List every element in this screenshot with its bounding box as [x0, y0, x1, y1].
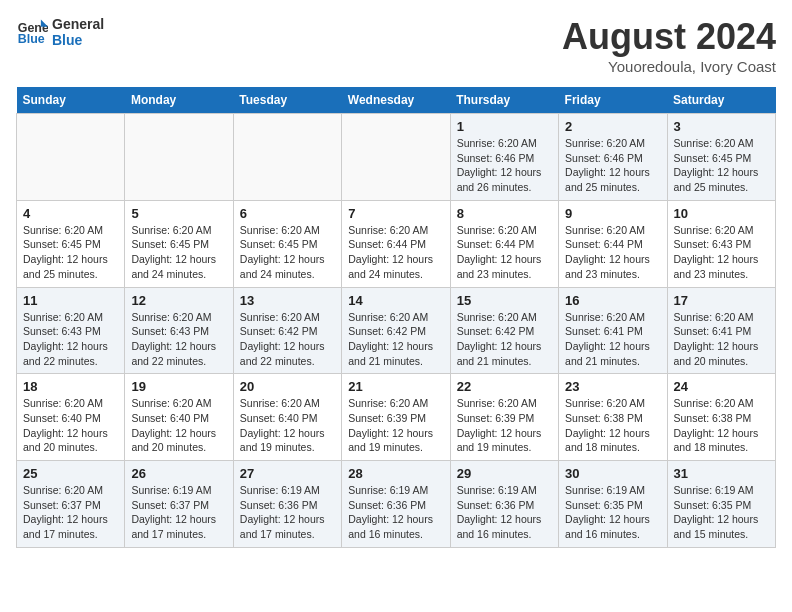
day-number: 23 — [565, 379, 660, 394]
calendar-cell: 18Sunrise: 6:20 AM Sunset: 6:40 PM Dayli… — [17, 374, 125, 461]
day-info: Sunrise: 6:20 AM Sunset: 6:43 PM Dayligh… — [23, 310, 118, 369]
logo-blue: Blue — [52, 32, 104, 48]
day-info: Sunrise: 6:20 AM Sunset: 6:40 PM Dayligh… — [240, 396, 335, 455]
calendar-cell: 31Sunrise: 6:19 AM Sunset: 6:35 PM Dayli… — [667, 461, 775, 548]
header-cell-monday: Monday — [125, 87, 233, 114]
calendar-cell: 13Sunrise: 6:20 AM Sunset: 6:42 PM Dayli… — [233, 287, 341, 374]
header-cell-saturday: Saturday — [667, 87, 775, 114]
calendar-week-5: 25Sunrise: 6:20 AM Sunset: 6:37 PM Dayli… — [17, 461, 776, 548]
logo-icon: General Blue — [16, 16, 48, 48]
calendar-cell: 30Sunrise: 6:19 AM Sunset: 6:35 PM Dayli… — [559, 461, 667, 548]
day-info: Sunrise: 6:20 AM Sunset: 6:40 PM Dayligh… — [23, 396, 118, 455]
day-info: Sunrise: 6:19 AM Sunset: 6:35 PM Dayligh… — [674, 483, 769, 542]
calendar-cell: 11Sunrise: 6:20 AM Sunset: 6:43 PM Dayli… — [17, 287, 125, 374]
calendar-cell: 22Sunrise: 6:20 AM Sunset: 6:39 PM Dayli… — [450, 374, 558, 461]
calendar-cell: 28Sunrise: 6:19 AM Sunset: 6:36 PM Dayli… — [342, 461, 450, 548]
day-number: 22 — [457, 379, 552, 394]
day-info: Sunrise: 6:20 AM Sunset: 6:46 PM Dayligh… — [565, 136, 660, 195]
calendar-cell: 3Sunrise: 6:20 AM Sunset: 6:45 PM Daylig… — [667, 114, 775, 201]
calendar-cell: 5Sunrise: 6:20 AM Sunset: 6:45 PM Daylig… — [125, 200, 233, 287]
day-info: Sunrise: 6:20 AM Sunset: 6:45 PM Dayligh… — [674, 136, 769, 195]
calendar-cell: 9Sunrise: 6:20 AM Sunset: 6:44 PM Daylig… — [559, 200, 667, 287]
calendar-cell: 14Sunrise: 6:20 AM Sunset: 6:42 PM Dayli… — [342, 287, 450, 374]
day-info: Sunrise: 6:20 AM Sunset: 6:39 PM Dayligh… — [348, 396, 443, 455]
day-number: 13 — [240, 293, 335, 308]
day-info: Sunrise: 6:20 AM Sunset: 6:43 PM Dayligh… — [131, 310, 226, 369]
header-cell-wednesday: Wednesday — [342, 87, 450, 114]
calendar-table: SundayMondayTuesdayWednesdayThursdayFrid… — [16, 87, 776, 548]
day-number: 28 — [348, 466, 443, 481]
day-info: Sunrise: 6:20 AM Sunset: 6:42 PM Dayligh… — [240, 310, 335, 369]
calendar-cell: 10Sunrise: 6:20 AM Sunset: 6:43 PM Dayli… — [667, 200, 775, 287]
page-header: General Blue General Blue August 2024 Yo… — [16, 16, 776, 75]
day-number: 30 — [565, 466, 660, 481]
day-number: 24 — [674, 379, 769, 394]
svg-text:Blue: Blue — [18, 32, 45, 46]
calendar-week-1: 1Sunrise: 6:20 AM Sunset: 6:46 PM Daylig… — [17, 114, 776, 201]
calendar-cell: 21Sunrise: 6:20 AM Sunset: 6:39 PM Dayli… — [342, 374, 450, 461]
header-cell-thursday: Thursday — [450, 87, 558, 114]
day-info: Sunrise: 6:20 AM Sunset: 6:45 PM Dayligh… — [23, 223, 118, 282]
day-number: 10 — [674, 206, 769, 221]
day-number: 5 — [131, 206, 226, 221]
day-info: Sunrise: 6:20 AM Sunset: 6:42 PM Dayligh… — [348, 310, 443, 369]
day-number: 4 — [23, 206, 118, 221]
logo: General Blue General Blue — [16, 16, 104, 48]
day-info: Sunrise: 6:20 AM Sunset: 6:42 PM Dayligh… — [457, 310, 552, 369]
day-number: 27 — [240, 466, 335, 481]
day-number: 15 — [457, 293, 552, 308]
day-number: 18 — [23, 379, 118, 394]
calendar-cell: 6Sunrise: 6:20 AM Sunset: 6:45 PM Daylig… — [233, 200, 341, 287]
calendar-cell: 26Sunrise: 6:19 AM Sunset: 6:37 PM Dayli… — [125, 461, 233, 548]
calendar-cell: 17Sunrise: 6:20 AM Sunset: 6:41 PM Dayli… — [667, 287, 775, 374]
day-number: 11 — [23, 293, 118, 308]
day-number: 9 — [565, 206, 660, 221]
title-block: August 2024 Youoredoula, Ivory Coast — [562, 16, 776, 75]
calendar-body: 1Sunrise: 6:20 AM Sunset: 6:46 PM Daylig… — [17, 114, 776, 548]
day-number: 3 — [674, 119, 769, 134]
day-info: Sunrise: 6:20 AM Sunset: 6:41 PM Dayligh… — [674, 310, 769, 369]
day-info: Sunrise: 6:19 AM Sunset: 6:35 PM Dayligh… — [565, 483, 660, 542]
day-number: 20 — [240, 379, 335, 394]
calendar-cell: 1Sunrise: 6:20 AM Sunset: 6:46 PM Daylig… — [450, 114, 558, 201]
calendar-cell: 29Sunrise: 6:19 AM Sunset: 6:36 PM Dayli… — [450, 461, 558, 548]
day-number: 16 — [565, 293, 660, 308]
logo-general: General — [52, 16, 104, 32]
calendar-cell: 12Sunrise: 6:20 AM Sunset: 6:43 PM Dayli… — [125, 287, 233, 374]
calendar-cell — [342, 114, 450, 201]
day-number: 26 — [131, 466, 226, 481]
calendar-cell — [233, 114, 341, 201]
main-title: August 2024 — [562, 16, 776, 58]
day-info: Sunrise: 6:20 AM Sunset: 6:40 PM Dayligh… — [131, 396, 226, 455]
header-cell-tuesday: Tuesday — [233, 87, 341, 114]
day-info: Sunrise: 6:20 AM Sunset: 6:44 PM Dayligh… — [348, 223, 443, 282]
day-number: 7 — [348, 206, 443, 221]
day-info: Sunrise: 6:20 AM Sunset: 6:45 PM Dayligh… — [131, 223, 226, 282]
day-number: 19 — [131, 379, 226, 394]
header-cell-friday: Friday — [559, 87, 667, 114]
day-info: Sunrise: 6:20 AM Sunset: 6:38 PM Dayligh… — [674, 396, 769, 455]
day-info: Sunrise: 6:20 AM Sunset: 6:45 PM Dayligh… — [240, 223, 335, 282]
day-info: Sunrise: 6:20 AM Sunset: 6:39 PM Dayligh… — [457, 396, 552, 455]
day-number: 17 — [674, 293, 769, 308]
day-number: 29 — [457, 466, 552, 481]
calendar-week-3: 11Sunrise: 6:20 AM Sunset: 6:43 PM Dayli… — [17, 287, 776, 374]
calendar-cell: 2Sunrise: 6:20 AM Sunset: 6:46 PM Daylig… — [559, 114, 667, 201]
day-info: Sunrise: 6:20 AM Sunset: 6:43 PM Dayligh… — [674, 223, 769, 282]
calendar-cell — [125, 114, 233, 201]
day-info: Sunrise: 6:19 AM Sunset: 6:36 PM Dayligh… — [240, 483, 335, 542]
day-info: Sunrise: 6:20 AM Sunset: 6:37 PM Dayligh… — [23, 483, 118, 542]
calendar-cell: 8Sunrise: 6:20 AM Sunset: 6:44 PM Daylig… — [450, 200, 558, 287]
header-cell-sunday: Sunday — [17, 87, 125, 114]
day-number: 31 — [674, 466, 769, 481]
calendar-cell — [17, 114, 125, 201]
day-info: Sunrise: 6:20 AM Sunset: 6:41 PM Dayligh… — [565, 310, 660, 369]
day-number: 6 — [240, 206, 335, 221]
day-info: Sunrise: 6:20 AM Sunset: 6:44 PM Dayligh… — [565, 223, 660, 282]
day-number: 21 — [348, 379, 443, 394]
day-info: Sunrise: 6:20 AM Sunset: 6:44 PM Dayligh… — [457, 223, 552, 282]
calendar-cell: 16Sunrise: 6:20 AM Sunset: 6:41 PM Dayli… — [559, 287, 667, 374]
calendar-cell: 4Sunrise: 6:20 AM Sunset: 6:45 PM Daylig… — [17, 200, 125, 287]
calendar-header-row: SundayMondayTuesdayWednesdayThursdayFrid… — [17, 87, 776, 114]
day-number: 14 — [348, 293, 443, 308]
